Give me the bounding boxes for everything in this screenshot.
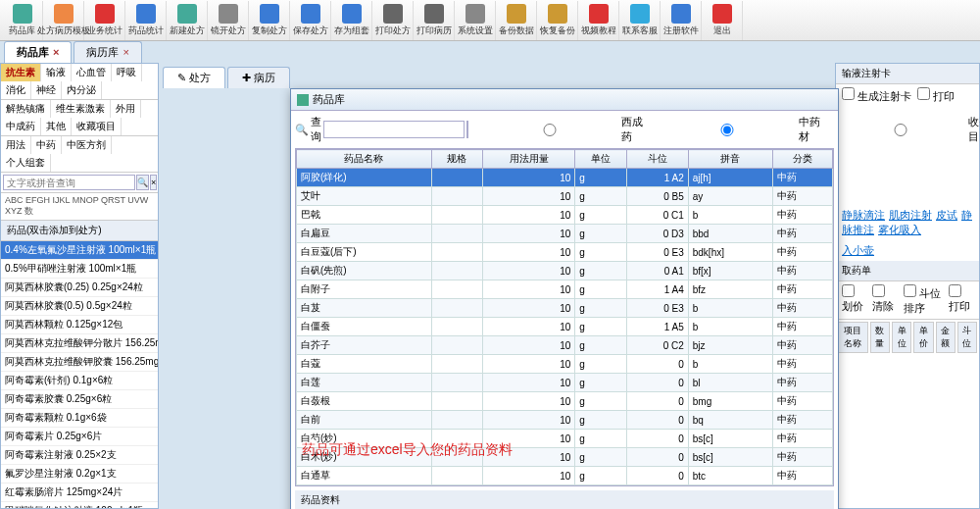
cat-tab[interactable]: 中成药	[1, 118, 41, 135]
alpha-index[interactable]: ABC EFGH IJKL MNOP QRST UVW XYZ 数	[1, 193, 158, 221]
filter-radio[interactable]: 中药材	[658, 115, 827, 144]
cat-tab[interactable]: 输液	[41, 64, 72, 81]
grid-row[interactable]: 白前10g0 bq中药	[297, 411, 833, 430]
grid-col[interactable]: 药品名称	[297, 150, 432, 169]
cat-tab[interactable]: 心血管	[72, 64, 112, 81]
pickup-opt[interactable]: 斗位排序	[904, 284, 943, 316]
drug-item[interactable]: 阿奇霉素注射液 0.25×2支	[1, 446, 158, 465]
toolbar-7[interactable]: 保存处方	[290, 1, 331, 40]
grid-row[interactable]: 白蔹根10g0 bmg中药	[297, 392, 833, 411]
drug-item[interactable]: 0.4%左氧氟沙星注射液 100ml×1瓶	[1, 241, 158, 260]
injection-card-header: 输液注射卡	[836, 64, 979, 84]
close-icon[interactable]: ×	[122, 46, 128, 58]
cat-tab[interactable]: 个人组套	[1, 154, 51, 172]
toolbar-5[interactable]: 镜开处方	[208, 1, 249, 40]
toolbar-2[interactable]: 业务统计	[84, 1, 125, 40]
toolbar-3[interactable]: 药品统计	[125, 1, 167, 40]
modal-search-btn[interactable]	[466, 121, 468, 138]
toolbar-6[interactable]: 复制处方	[249, 1, 290, 40]
grid-col[interactable]: 用法用量	[482, 150, 574, 169]
tab-record-store[interactable]: 病历库×	[74, 41, 141, 63]
grid-row[interactable]: 白附子10g1 A4bfz中药	[297, 280, 833, 299]
gen-card-checkbox[interactable]: 生成注射卡	[842, 87, 911, 104]
grid-col[interactable]: 单位	[575, 150, 626, 169]
grid-row[interactable]: 白僵蚕10g1 A5b中药	[297, 318, 833, 336]
print-checkbox[interactable]: 打印	[917, 87, 955, 104]
pickup-opt[interactable]: 清除	[872, 284, 897, 316]
grid-row[interactable]: 艾叶10g0 B5ay中药	[297, 187, 833, 206]
tab-prescription[interactable]: ✎ 处方	[163, 67, 225, 88]
cat-tab[interactable]: 中医方剂	[62, 136, 112, 154]
grid-row[interactable]: 巴戟10g0 C1b中药	[297, 206, 833, 225]
grid-col[interactable]: 分类	[773, 150, 833, 169]
cat-tab[interactable]: 神经	[31, 81, 62, 99]
injection-links: 静脉滴注肌肉注射皮试静脉推注雾化吸入	[836, 205, 979, 240]
toolbar-4[interactable]: 新建处方	[167, 1, 208, 40]
cat-tab[interactable]: 呼吸	[112, 64, 142, 81]
cat-tab[interactable]: 用法	[1, 136, 31, 154]
drug-grid: 药品名称规格用法用量单位斗位拼音分类阿胶(烊化)10g1 A2aj[h]中药艾叶…	[295, 148, 834, 486]
drug-item[interactable]: 甲硝唑氯化钠注射液 100ml×1瓶	[1, 502, 158, 508]
drug-item[interactable]: 阿奇霉素颗粒 0.1g×6袋	[1, 409, 158, 428]
cat-tab[interactable]: 解热镇痛	[1, 100, 51, 118]
toolbar-13[interactable]: 恢复备份	[537, 1, 578, 40]
drug-item[interactable]: 阿莫西林胶囊(0.5) 0.5g×24粒	[1, 297, 158, 316]
cat-tab[interactable]: 中药	[31, 136, 62, 154]
pickup-opt[interactable]: 打印	[949, 284, 973, 316]
toolbar-9[interactable]: 打印处方	[372, 1, 414, 40]
pickup-opt[interactable]: 划价	[842, 284, 866, 316]
drug-item[interactable]: 阿奇霉素胶囊 0.25g×6粒	[1, 390, 158, 409]
tab-drug-store[interactable]: 药品库×	[4, 41, 72, 63]
grid-row[interactable]: 白蔻10g0 b中药	[297, 355, 833, 374]
grid-row[interactable]: 白矾(先煎)10g0 A1bf[x]中药	[297, 262, 833, 280]
grid-row[interactable]: 阿胶(烊化)10g1 A2aj[h]中药	[297, 169, 833, 187]
toolbar-17[interactable]: 退出	[702, 1, 743, 40]
grid-row[interactable]: 白芨10g0 E3b中药	[297, 299, 833, 318]
drug-item[interactable]: 阿奇霉素片 0.25g×6片	[1, 428, 158, 446]
toolbar-16[interactable]: 注册软件	[661, 1, 702, 40]
toolbar-14[interactable]: 视频教程	[578, 1, 619, 40]
grid-row[interactable]: 白通草10g0 btc中药	[297, 467, 833, 485]
drug-item[interactable]: 氟罗沙星注射液 0.2g×1支	[1, 465, 158, 484]
drug-item[interactable]: 阿莫西林颗粒 0.125g×12包	[1, 316, 158, 334]
drug-item[interactable]: 0.5%甲硝唑注射液 100ml×1瓶	[1, 260, 158, 279]
drug-search-input[interactable]	[3, 175, 135, 190]
grid-row[interactable]: 白莲10g0 bl中药	[297, 374, 833, 392]
drug-item[interactable]: 阿莫西林克拉维酸钾胶囊 156.25mg×12粒	[1, 353, 158, 372]
toolbar-11[interactable]: 系统设置	[455, 1, 496, 40]
cat-tab[interactable]: 抗生素	[1, 64, 41, 81]
drug-item[interactable]: 阿奇霉素(针剂) 0.1g×6粒	[1, 372, 158, 390]
grid-col[interactable]: 拼音	[688, 150, 772, 169]
grid-col[interactable]: 斗位	[626, 150, 688, 169]
toolbar-1[interactable]: 处方病历模板	[43, 1, 84, 40]
inj-link[interactable]: 肌肉注射	[889, 209, 932, 221]
drug-item[interactable]: 阿莫西林克拉维酸钾分散片 156.25mg×18片	[1, 334, 158, 353]
modal-search-input[interactable]	[323, 121, 465, 138]
grid-col[interactable]: 规格	[431, 150, 482, 169]
cat-tab[interactable]: 内分泌	[62, 81, 102, 99]
search-btn[interactable]: 🔍	[136, 175, 149, 190]
cat-tab[interactable]: 收藏项目	[72, 118, 122, 135]
cat-tab[interactable]: 其他	[41, 118, 72, 135]
inj-link[interactable]: 皮试	[936, 209, 957, 221]
clear-btn[interactable]: ×	[150, 175, 157, 190]
cat-tab[interactable]: 维生素激素	[51, 100, 111, 118]
grid-row[interactable]: 白芥子10g0 C2bjz中药	[297, 336, 833, 355]
grid-row[interactable]: 白豆蔻(后下)10g0 E3bdk[hx]中药	[297, 243, 833, 262]
cat-tab[interactable]: 消化	[1, 81, 31, 99]
toolbar-12[interactable]: 备份数据	[496, 1, 537, 40]
cat-tab[interactable]: 外用	[111, 100, 141, 118]
grid-row[interactable]: 白扁豆10g0 D3bbd中药	[297, 225, 833, 243]
inj-link[interactable]: 静脉滴注	[842, 209, 885, 221]
filter-radio[interactable]: 西成药	[480, 115, 650, 144]
close-icon[interactable]: ×	[53, 46, 59, 58]
inj-link[interactable]: 雾化吸入	[878, 224, 921, 235]
toolbar-10[interactable]: 打印病历	[414, 1, 455, 40]
toolbar-15[interactable]: 联系客服	[619, 1, 661, 40]
tab-medical-record[interactable]: ✚ 病历	[227, 67, 290, 88]
drug-item[interactable]: 阿莫西林胶囊(0.25) 0.25g×24粒	[1, 279, 158, 297]
filter-radio[interactable]: 收费项目	[835, 115, 980, 144]
toolbar-8[interactable]: 存为组套	[331, 1, 372, 40]
link-rukettle[interactable]: 入小壶	[842, 244, 874, 256]
drug-item[interactable]: 红霉素肠溶片 125mg×24片	[1, 484, 158, 502]
